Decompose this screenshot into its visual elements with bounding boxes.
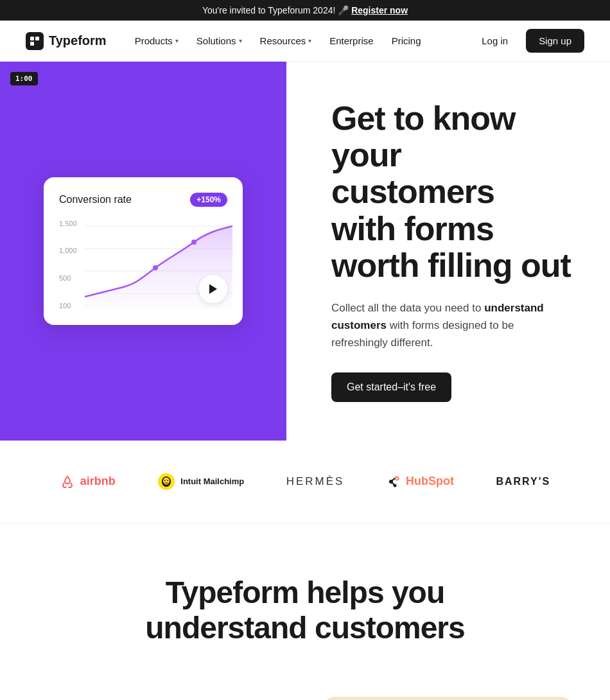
chart-label-100: 100 — [59, 302, 77, 310]
nav-right: Log in Sign up — [471, 29, 584, 53]
nav-resources[interactable]: Resources ▾ — [252, 30, 320, 51]
svg-point-15 — [396, 477, 397, 479]
chart-card: Conversion rate +150% 1,500 1,000 500 10… — [44, 177, 243, 325]
chart-badge: +150% — [190, 193, 227, 207]
banner-text: You're invited to Typeforum 2024! 🎤 Regi… — [202, 5, 408, 15]
logos-section: airbnb Intuit Mailchimp HERMÈS HubSpot B — [0, 441, 610, 523]
nav-enterprise[interactable]: Enterprise — [322, 30, 381, 51]
chart-svg — [85, 220, 227, 310]
svg-rect-0 — [30, 37, 34, 40]
hero-subtext: Collect all the data you need to underst… — [331, 299, 571, 352]
chart-area: 1,500 1,000 500 100 — [59, 220, 227, 310]
svg-point-8 — [191, 240, 196, 245]
hero-headline: Get to know your customers with forms wo… — [331, 100, 571, 284]
forms-right: 1:00 GIGI'S — [324, 697, 571, 700]
nav-pricing[interactable]: Pricing — [384, 30, 429, 51]
chart-label-1500: 1,500 — [59, 220, 77, 227]
svg-point-7 — [153, 265, 158, 270]
hero-section: 1:00 Conversion rate +150% 1,500 1,000 5… — [0, 62, 610, 441]
hero-timer: 1:00 — [10, 72, 38, 85]
logo-mailchimp: Intuit Mailchimp — [157, 473, 244, 491]
chevron-down-icon: ▾ — [308, 37, 311, 44]
chart-labels: 1,500 1,000 500 100 — [59, 220, 77, 310]
hero-left: 1:00 Conversion rate +150% 1,500 1,000 5… — [0, 62, 286, 441]
nav-products[interactable]: Products ▾ — [127, 30, 186, 51]
chevron-down-icon: ▾ — [239, 37, 242, 44]
svg-rect-1 — [35, 37, 39, 40]
chart-label-1000: 1,000 — [59, 247, 77, 254]
helps-headline: Typeform helps you understand customers — [39, 575, 571, 645]
navbar: Typeform Products ▾ Solutions ▾ Resource… — [0, 21, 610, 62]
chevron-down-icon: ▾ — [175, 37, 179, 44]
helps-section: Typeform helps you understand customers — [0, 523, 610, 671]
banner-register-link[interactable]: Register now — [351, 5, 408, 15]
svg-point-12 — [164, 480, 166, 481]
svg-point-13 — [167, 480, 168, 481]
nav-solutions[interactable]: Solutions ▾ — [189, 30, 250, 51]
logo-barrys: BARRY'S — [496, 476, 550, 487]
forms-left: FORMS, SURVEYS, AND QUIZZES Get up to 3.… — [39, 697, 286, 700]
play-icon[interactable] — [199, 275, 227, 303]
forms-section: FORMS, SURVEYS, AND QUIZZES Get up to 3.… — [0, 671, 610, 700]
logo-airbnb: airbnb — [60, 474, 116, 489]
video-thumbnail[interactable]: 1:00 GIGI'S — [324, 697, 571, 700]
hero-right: Get to know your customers with forms wo… — [286, 62, 610, 441]
chart-title: Conversion rate — [59, 194, 132, 206]
login-button[interactable]: Log in — [471, 30, 518, 51]
logo-text: Typeform — [49, 33, 107, 48]
svg-point-19 — [393, 484, 396, 487]
logo[interactable]: Typeform — [26, 32, 107, 50]
nav-links: Products ▾ Solutions ▾ Resources ▾ Enter… — [127, 30, 429, 51]
logo-icon — [26, 32, 44, 50]
logo-hermes: HERMÈS — [286, 475, 345, 488]
cta-button[interactable]: Get started–it's free — [331, 372, 451, 402]
logo-hubspot: HubSpot — [387, 475, 454, 489]
nav-left: Typeform Products ▾ Solutions ▾ Resource… — [26, 30, 429, 51]
signup-button[interactable]: Sign up — [526, 29, 584, 53]
chart-header: Conversion rate +150% — [59, 193, 227, 207]
svg-rect-2 — [30, 42, 34, 46]
top-banner: You're invited to Typeforum 2024! 🎤 Regi… — [0, 0, 610, 21]
chart-label-500: 500 — [59, 274, 77, 282]
